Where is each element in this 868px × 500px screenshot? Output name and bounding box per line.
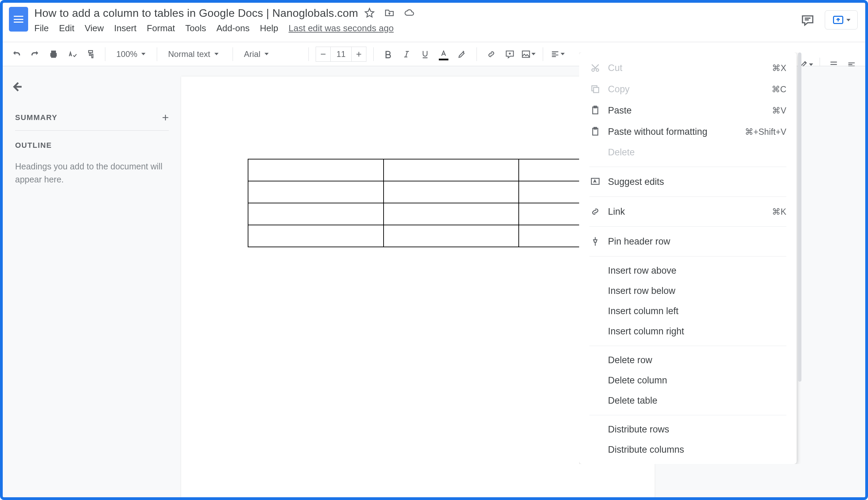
- context-menu-item-label: Pin header row: [608, 236, 786, 247]
- link-icon: [589, 206, 601, 217]
- context-menu-item-delete-table[interactable]: Delete table: [579, 390, 797, 411]
- insert-link-button[interactable]: [484, 47, 499, 62]
- menu-tools[interactable]: Tools: [185, 23, 206, 34]
- paragraph-style-select[interactable]: Normal text: [164, 49, 226, 59]
- add-summary-button[interactable]: +: [162, 111, 169, 124]
- bold-button[interactable]: [381, 47, 396, 62]
- italic-button[interactable]: [399, 47, 414, 62]
- context-menu-item-delete: Delete: [579, 142, 797, 162]
- star-icon[interactable]: [364, 8, 375, 19]
- font-size-increase-button[interactable]: +: [351, 47, 367, 62]
- menu-view[interactable]: View: [85, 23, 104, 34]
- context-menu-scrollbar[interactable]: [797, 53, 802, 464]
- menubar: File Edit View Insert Format Tools Add-o…: [34, 23, 415, 34]
- font-size-value[interactable]: 11: [331, 47, 351, 62]
- dropdown-caret-icon: [846, 19, 850, 21]
- context-menu-item-delete-row[interactable]: Delete row: [579, 350, 797, 371]
- outline-heading: OUTLINE: [15, 141, 169, 150]
- context-menu[interactable]: Cut⌘XCopy⌘CPaste⌘VPaste without formatti…: [579, 53, 797, 464]
- context-menu-item-label: Insert column right: [608, 326, 786, 337]
- svg-rect-5: [594, 88, 599, 93]
- highlight-button[interactable]: [454, 47, 470, 62]
- menu-insert[interactable]: Insert: [114, 23, 137, 34]
- context-menu-item-paste[interactable]: Paste⌘V: [579, 100, 797, 121]
- menu-addons[interactable]: Add-ons: [216, 23, 250, 34]
- context-menu-item-shortcut: ⌘K: [772, 207, 786, 217]
- context-menu-item-shortcut: ⌘V: [772, 106, 786, 116]
- context-menu-item-distribute-rows[interactable]: Distribute rows: [579, 419, 797, 440]
- menu-format[interactable]: Format: [147, 23, 175, 34]
- context-menu-item-paste-without-formatting[interactable]: Paste without formatting⌘+Shift+V: [579, 121, 797, 142]
- context-menu-item-label: Suggest edits: [608, 177, 786, 187]
- add-comment-button[interactable]: [502, 47, 517, 62]
- context-menu-item-label: Copy: [608, 84, 765, 95]
- paint-format-button[interactable]: [83, 47, 98, 62]
- underline-button[interactable]: [418, 47, 433, 62]
- document-title[interactable]: How to add a column to tables in Google …: [34, 7, 358, 20]
- menu-help[interactable]: Help: [260, 23, 278, 34]
- context-menu-item-shortcut: ⌘+Shift+V: [745, 127, 786, 137]
- outline-sidebar: SUMMARY + OUTLINE Headings you add to th…: [3, 66, 181, 497]
- align-button[interactable]: [550, 47, 565, 62]
- context-menu-item-label: Delete: [608, 147, 786, 158]
- menu-edit[interactable]: Edit: [59, 23, 75, 34]
- context-menu-item-insert-row-above[interactable]: Insert row above: [579, 261, 797, 281]
- paste-icon: [589, 105, 601, 116]
- spellcheck-button[interactable]: [65, 47, 80, 62]
- menu-file[interactable]: File: [34, 23, 49, 34]
- context-menu-item-pin-header-row[interactable]: Pin header row: [579, 231, 797, 252]
- context-menu-item-label: Delete row: [608, 355, 786, 366]
- collapse-outline-button[interactable]: [10, 80, 23, 95]
- context-menu-item-shortcut: ⌘C: [771, 84, 786, 94]
- font-size-stepper: − 11 +: [316, 47, 367, 62]
- open-comments-button[interactable]: [798, 10, 817, 30]
- context-menu-item-label: Insert row above: [608, 265, 786, 276]
- paste-icon: [589, 126, 601, 137]
- pin-icon: [589, 236, 601, 247]
- context-menu-container: Cut⌘XCopy⌘CPaste⌘VPaste without formatti…: [579, 53, 802, 464]
- insert-image-button[interactable]: [521, 47, 536, 62]
- context-menu-item-suggest-edits[interactable]: Suggest edits: [579, 171, 797, 192]
- docs-logo-icon[interactable]: [9, 7, 28, 32]
- context-menu-separator: [589, 256, 786, 257]
- context-menu-item-label: Cut: [608, 63, 765, 73]
- context-menu-item-copy: Copy⌘C: [579, 79, 797, 100]
- context-menu-item-distribute-columns[interactable]: Distribute columns: [579, 440, 797, 460]
- scrollbar-thumb[interactable]: [798, 53, 801, 382]
- context-menu-item-label: Insert column left: [608, 306, 786, 317]
- context-menu-item-label: Insert row below: [608, 286, 786, 296]
- cloud-status-icon[interactable]: [404, 8, 415, 19]
- context-menu-item-delete-column[interactable]: Delete column: [579, 371, 797, 390]
- context-menu-separator: [589, 415, 786, 415]
- context-menu-separator: [589, 346, 786, 346]
- outline-placeholder-text: Headings you add to the document will ap…: [15, 160, 169, 186]
- context-menu-item-cut: Cut⌘X: [579, 57, 797, 79]
- context-menu-item-insert-column-right[interactable]: Insert column right: [579, 321, 797, 342]
- context-menu-item-insert-row-below[interactable]: Insert row below: [579, 281, 797, 301]
- context-menu-item-insert-column-left[interactable]: Insert column left: [579, 301, 797, 321]
- context-menu-item-link[interactable]: Link⌘K: [579, 201, 797, 222]
- context-menu-item-label: Link: [608, 206, 765, 217]
- text-color-button[interactable]: [436, 47, 451, 62]
- undo-button[interactable]: [9, 47, 24, 62]
- context-menu-item-label: Paste without formatting: [608, 126, 738, 137]
- cut-icon: [589, 62, 601, 74]
- last-edit-link[interactable]: Last edit was seconds ago: [289, 23, 394, 34]
- redo-button[interactable]: [27, 47, 43, 62]
- context-menu-separator: [589, 226, 786, 227]
- zoom-select[interactable]: 100%: [112, 49, 150, 59]
- context-menu-item-label: Distribute columns: [608, 444, 786, 455]
- context-menu-separator: [589, 196, 786, 197]
- move-icon[interactable]: [384, 8, 395, 19]
- font-size-decrease-button[interactable]: −: [316, 47, 331, 62]
- titlebar: How to add a column to tables in Google …: [3, 3, 865, 42]
- font-select[interactable]: Arial: [240, 49, 302, 59]
- context-menu-separator: [589, 167, 786, 167]
- copy-icon: [589, 83, 601, 95]
- context-menu-item-label: Delete column: [608, 375, 786, 386]
- print-button[interactable]: [46, 47, 61, 62]
- suggest-icon: [589, 176, 601, 188]
- context-menu-item-label: Paste: [608, 105, 765, 116]
- present-share-button[interactable]: [825, 10, 858, 30]
- summary-heading: SUMMARY: [15, 113, 57, 122]
